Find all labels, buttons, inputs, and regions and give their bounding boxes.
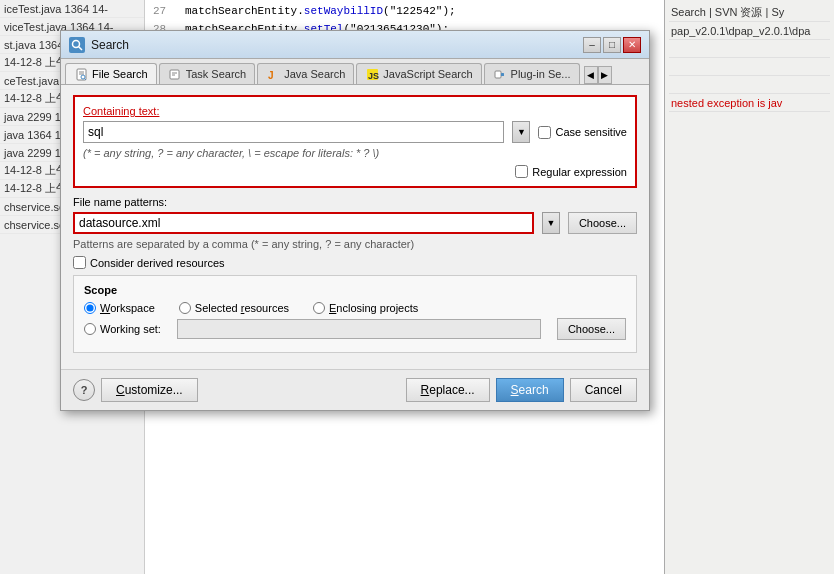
right-panel-row (669, 40, 830, 58)
file-name-dropdown[interactable]: ▼ (542, 212, 560, 234)
file-name-patterns-section: File name patterns: ▼ Choose... Patterns… (73, 196, 637, 250)
scope-working-set-radio[interactable] (84, 323, 96, 335)
tab-next-button[interactable]: ▶ (598, 66, 612, 84)
scope-selected-label: Selected resources (195, 302, 289, 314)
tab-task-search[interactable]: Task Search (159, 63, 256, 84)
scope-row-1: Workspace Selected resources Enclosing p… (84, 302, 626, 314)
right-panel-row (669, 58, 830, 76)
svg-text:J: J (268, 70, 274, 81)
containing-text-input[interactable] (83, 121, 504, 143)
right-panel-row: pap_v2.0.1\dpap_v2.0.1\dpa (669, 22, 830, 40)
file-search-icon (74, 67, 88, 81)
consider-derived-label: Consider derived resources (90, 257, 225, 269)
file-name-patterns-label: File name patterns: (73, 196, 637, 208)
dialog-title: Search (91, 38, 583, 52)
tab-javascript-search[interactable]: JS JavaScript Search (356, 63, 481, 84)
right-panel-row (669, 76, 830, 94)
containing-text-label: Containing text: (83, 105, 627, 117)
tab-file-search[interactable]: File Search (65, 63, 157, 85)
svg-rect-13 (495, 71, 501, 78)
tab-java-search-label: Java Search (284, 68, 345, 80)
cancel-button[interactable]: Cancel (570, 378, 637, 402)
regular-expression-row: Regular expression (83, 165, 627, 178)
dialog-content: Containing text: ▼ Case sensitive (* = a… (61, 85, 649, 369)
case-sensitive-row: Case sensitive (538, 126, 627, 139)
file-name-patterns-input[interactable] (73, 212, 534, 234)
task-search-icon (168, 67, 182, 81)
file-row: iceTest.java 1364 14- (0, 0, 144, 18)
scope-row-2: Working set: Choose... (84, 318, 626, 340)
svg-rect-14 (501, 73, 504, 76)
containing-text-row: ▼ Case sensitive (83, 121, 627, 143)
tab-js-search-label: JavaScript Search (383, 68, 472, 80)
right-panel: Search | SVN 资源 | Sy pap_v2.0.1\dpap_v2.… (664, 0, 834, 574)
svg-point-0 (73, 40, 80, 47)
tab-java-search[interactable]: J Java Search (257, 63, 354, 84)
window-controls: – □ ✕ (583, 37, 641, 53)
help-button[interactable]: ? (73, 379, 95, 401)
tab-task-search-label: Task Search (186, 68, 247, 80)
scope-workspace-radio[interactable] (84, 302, 96, 314)
consider-derived-row: Consider derived resources (73, 256, 637, 269)
search-label: Search (511, 383, 549, 397)
right-panel-content: Search | SVN 资源 | Sy pap_v2.0.1\dpap_v2.… (665, 0, 834, 116)
search-dialog: Search – □ ✕ File Search (60, 30, 650, 411)
file-choose-button[interactable]: Choose... (568, 212, 637, 234)
scope-working-set-option[interactable]: Working set: (84, 323, 161, 335)
close-button[interactable]: ✕ (623, 37, 641, 53)
containing-text-dropdown[interactable]: ▼ (512, 121, 530, 143)
tab-prev-button[interactable]: ◀ (584, 66, 598, 84)
scope-workspace-option[interactable]: Workspace (84, 302, 155, 314)
title-bar[interactable]: Search – □ ✕ (61, 31, 649, 59)
search-button[interactable]: Search (496, 378, 564, 402)
scope-selected-option[interactable]: Selected resources (179, 302, 289, 314)
dialog-icon (69, 37, 85, 53)
containing-text-hint: (* = any string, ? = any character, \ = … (83, 147, 627, 159)
scope-selected-radio[interactable] (179, 302, 191, 314)
tab-plugin-search[interactable]: Plug-in Se... (484, 63, 580, 84)
scope-workspace-label: Workspace (100, 302, 155, 314)
tab-file-search-label: File Search (92, 68, 148, 80)
replace-label: Replace... (421, 383, 475, 397)
containing-text-section: Containing text: ▼ Case sensitive (* = a… (73, 95, 637, 188)
scope-section: Scope Workspace Selected resources Enclo… (73, 275, 637, 353)
customize-label: Customize... (116, 383, 183, 397)
regular-expression-checkbox[interactable] (515, 165, 528, 178)
java-search-icon: J (266, 67, 280, 81)
working-set-choose-button[interactable]: Choose... (557, 318, 626, 340)
case-sensitive-label: Case sensitive (555, 126, 627, 138)
js-search-icon: JS (365, 67, 379, 81)
customize-button[interactable]: Customize... (101, 378, 198, 402)
case-sensitive-checkbox[interactable] (538, 126, 551, 139)
file-input-row: ▼ Choose... (73, 212, 637, 234)
tab-bar: File Search Task Search J Java Search (61, 59, 649, 85)
tab-plugin-search-label: Plug-in Se... (511, 68, 571, 80)
minimize-button[interactable]: – (583, 37, 601, 53)
scope-working-set-label: Working set: (100, 323, 161, 335)
scope-enclosing-label: Enclosing projects (329, 302, 418, 314)
scope-title: Scope (84, 284, 626, 296)
dialog-footer: ? Customize... Replace... Search Cancel (61, 369, 649, 410)
scope-enclosing-option[interactable]: Enclosing projects (313, 302, 418, 314)
maximize-button[interactable]: □ (603, 37, 621, 53)
regular-expression-label: Regular expression (532, 166, 627, 178)
plugin-search-icon (493, 67, 507, 81)
patterns-hint: Patterns are separated by a comma (* = a… (73, 238, 637, 250)
tab-navigation: ◀ ▶ (584, 66, 612, 84)
svg-text:JS: JS (368, 71, 379, 81)
working-set-input[interactable] (177, 319, 541, 339)
scope-enclosing-radio[interactable] (313, 302, 325, 314)
right-panel-row: Search | SVN 资源 | Sy (669, 4, 830, 22)
right-panel-row: nested exception is jav (669, 94, 830, 112)
consider-derived-checkbox[interactable] (73, 256, 86, 269)
svg-line-1 (79, 46, 83, 50)
replace-button[interactable]: Replace... (406, 378, 490, 402)
